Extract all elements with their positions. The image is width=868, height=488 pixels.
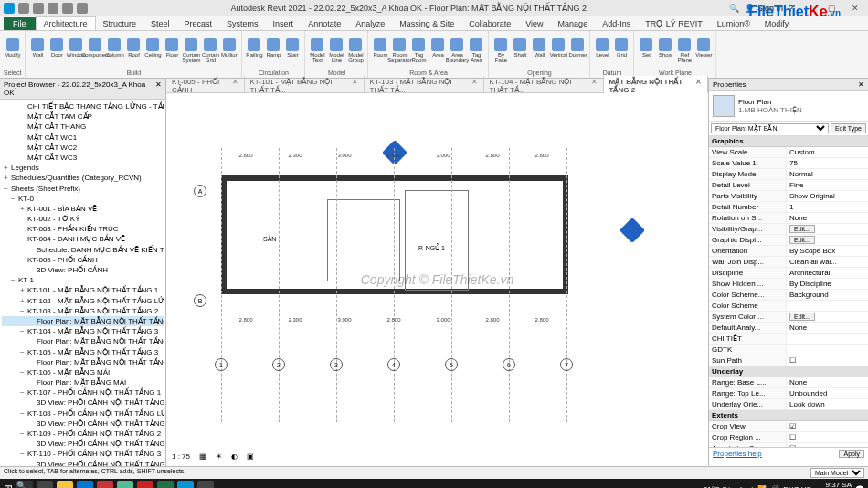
property-row[interactable]: Rotation on S...None [709, 213, 868, 224]
property-value[interactable]: 75 [787, 158, 868, 168]
type-selector[interactable]: Floor Plan 1.MB HOÀN THIỆN [709, 91, 868, 122]
tree-item[interactable]: Floor Plan: MẶT BẰNG NỘI THẤT TẦNG 3 [2, 357, 164, 367]
property-row[interactable]: OrientationBy Scope Box [709, 246, 868, 257]
property-row[interactable]: Underlay Orie...Look down [709, 399, 868, 410]
ramp-button[interactable]: Ramp [265, 38, 281, 64]
ribbon-tab-annotate[interactable]: Annotate [301, 17, 348, 30]
byface-button[interactable]: By Face [492, 38, 509, 64]
property-row[interactable]: Scale Value 1:75 [709, 158, 868, 169]
section-marker[interactable] [619, 217, 645, 243]
ribbon-tab-precast[interactable]: Precast [177, 17, 220, 30]
grid-bubble[interactable]: 7 [560, 358, 573, 371]
mullion-button[interactable]: Mullion [221, 38, 238, 64]
grid-bubble[interactable]: 3 [330, 358, 343, 371]
edit-type-button[interactable]: Edit Type [831, 123, 866, 133]
task-view-icon[interactable] [37, 481, 53, 488]
modelline-button[interactable]: Model Line [328, 38, 344, 64]
close-icon[interactable]: ✕ [352, 78, 358, 94]
property-row[interactable]: GDTK [709, 345, 868, 355]
close-icon[interactable]: ✕ [232, 78, 238, 94]
curtainsystem-button[interactable]: Curtain System [183, 38, 199, 64]
print-icon[interactable] [77, 3, 88, 14]
ribbon-tab-structure[interactable]: Structure [96, 17, 144, 30]
tree-item[interactable]: −KT-110 - PHỐI CẢNH NỘI THẤT TẦNG 3 [2, 449, 164, 459]
ribbon-tab-trlrevit[interactable]: TRỢ LÝ REVIT [638, 17, 710, 30]
property-value[interactable]: Edit... [787, 312, 868, 322]
ribbon-tab-systems[interactable]: Systems [219, 17, 266, 30]
tree-item[interactable]: Schedule: DANH MỤC BẢN VẼ KIẾN TRÚC [2, 245, 164, 255]
property-row[interactable]: Parts VisibilityShow Original [709, 191, 868, 202]
ribbon-tab-insert[interactable]: Insert [266, 17, 302, 30]
tree-item[interactable]: Floor Plan: MẶT BẰNG NỘI THẤT TẦNG 3 [2, 336, 164, 346]
component-button[interactable]: Component [87, 38, 103, 64]
tree-item[interactable]: 3D View: PHỐI CẢNH NỘI THẤT TẦNG 2 [2, 439, 164, 449]
grid-bubble[interactable]: 1 [215, 358, 228, 371]
property-row[interactable]: Sun Path☐ [709, 355, 868, 366]
level-button[interactable]: Level [594, 38, 610, 64]
property-row[interactable]: Show Hidden ...By Discipline [709, 279, 868, 290]
tree-item[interactable]: MẶT CẮT WC1 [2, 133, 164, 143]
property-row[interactable]: View ScaleCustom [709, 147, 868, 158]
property-value[interactable]: 1 [787, 202, 868, 212]
sun-icon[interactable]: ◐ [231, 452, 238, 461]
tree-item[interactable]: MẶT CẮT THANG [2, 122, 164, 132]
clock[interactable]: 9:37 SA12/03/2022 [815, 482, 852, 488]
property-row[interactable]: CHI TIẾT [709, 334, 868, 345]
search-icon[interactable]: 🔍 [16, 481, 33, 488]
ribbon-tab-manage[interactable]: Manage [551, 17, 596, 30]
property-row[interactable]: Crop Region ...☐ [709, 432, 868, 443]
tree-item[interactable]: Floor Plan: MẶT BẰNG NỘI THẤT TẦNG 2 [2, 316, 164, 326]
tree-item[interactable]: 3D View: PHỐI CẢNH NỘI THẤT TẦNG 3 [2, 460, 164, 466]
save-icon[interactable] [33, 3, 44, 14]
main-model-selector[interactable]: Main Model [810, 468, 864, 478]
app-icon[interactable] [117, 481, 133, 488]
ribbon-tab-massingsite[interactable]: Massing & Site [392, 17, 461, 30]
tree-item[interactable]: KT-003 - PHẦN KIẾN TRÚC [2, 224, 164, 234]
open-icon[interactable] [18, 3, 29, 14]
grid-button[interactable]: Grid [613, 38, 630, 64]
property-value[interactable]: ☑ [787, 443, 868, 447]
tree-item[interactable]: −KT-105 - MẶT BẰNG NỘI THẤT TẦNG 3 [2, 347, 164, 357]
property-row[interactable]: Graphic Displ...Edit... [709, 235, 868, 246]
tree-item[interactable]: +KT-102 - MẶT BẰNG NỘI THẤT TẦNG LỬNG [2, 296, 164, 306]
grid-bubble[interactable]: A [194, 185, 206, 197]
properties-help-link[interactable]: Properties help [713, 450, 762, 458]
property-category[interactable]: Underlay [709, 366, 868, 377]
show-button[interactable]: Show [657, 38, 673, 64]
ribbon-tab-addins[interactable]: Add-Ins [595, 17, 638, 30]
property-value[interactable]: Show Original [787, 191, 868, 201]
property-value[interactable]: By Scope Box [787, 246, 868, 256]
property-value[interactable]: Background [787, 290, 868, 300]
floor-button[interactable]: Floor [164, 38, 180, 64]
grid-line[interactable] [221, 148, 222, 422]
tree-item[interactable]: 3D View: PHỐI CẢNH NỘI THẤT TẦNG 1 [2, 398, 164, 408]
railing-button[interactable]: Railing [246, 38, 262, 64]
tree-item[interactable]: Floor Plan: MẶT BẰNG MÁI [2, 377, 164, 387]
ribbon-tab-steel[interactable]: Steel [143, 17, 177, 30]
tray-chevron-icon[interactable]: ^ [751, 485, 755, 489]
property-row[interactable]: Detail Number1 [709, 202, 868, 213]
tree-item[interactable]: −KT-108 - PHỐI CẢNH NỘI THẤT TẦNG LỬNG [2, 408, 164, 419]
areaboundary-button[interactable]: Area Boundary [449, 38, 465, 64]
property-row[interactable]: Range: Top Le...Unbounded [709, 388, 868, 399]
app-icon[interactable] [97, 481, 113, 488]
property-row[interactable]: Annotation Cr...☑ [709, 443, 868, 447]
volume-icon[interactable]: 🔊 [770, 485, 779, 489]
dormer-button[interactable]: Dormer [569, 38, 586, 64]
property-value[interactable]: None [787, 213, 868, 223]
grid-bubble[interactable]: 5 [445, 358, 458, 371]
set-button[interactable]: Set [638, 38, 654, 64]
redo-icon[interactable] [62, 3, 73, 14]
property-value[interactable] [787, 334, 868, 344]
tree-item[interactable]: −KT-109 - PHỐI CẢNH NỘI THẤT TẦNG 2 [2, 429, 164, 439]
property-value[interactable]: Normal [787, 169, 868, 179]
tree-item[interactable]: +Legends [2, 163, 164, 173]
ceiling-button[interactable]: Ceiling [144, 38, 161, 64]
curtaingrid-button[interactable]: Curtain Grid [202, 38, 218, 64]
tree-item[interactable]: −KT-103 - MẶT BẰNG NỘI THẤT TẦNG 2 [2, 306, 164, 316]
close-icon[interactable]: ✕ [858, 80, 864, 89]
shaft-button[interactable]: Shaft [512, 38, 528, 64]
revit-icon[interactable] [4, 3, 15, 14]
property-value[interactable]: Look down [787, 399, 868, 409]
tree-item[interactable]: −KT-1 [2, 275, 164, 285]
